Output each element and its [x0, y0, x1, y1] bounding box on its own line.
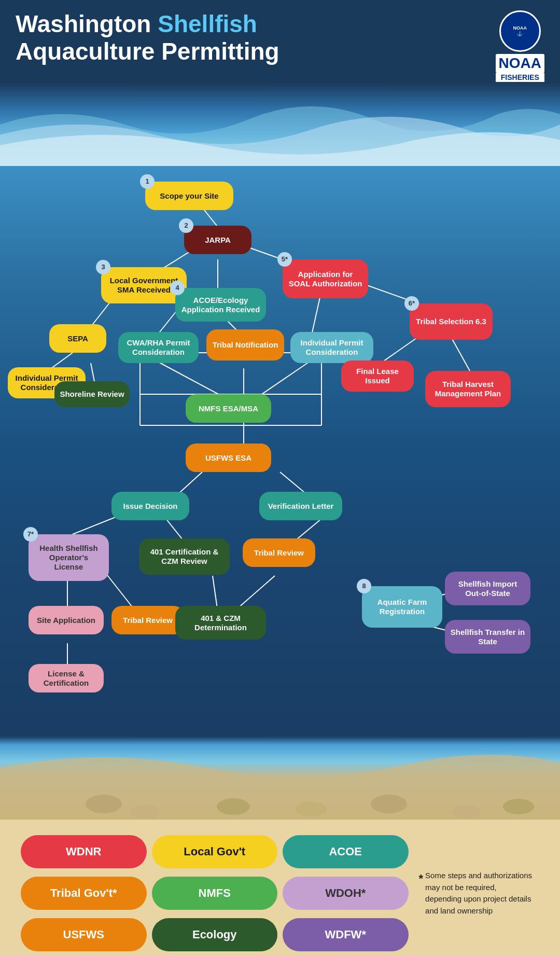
legend-note: * Some steps and authorizations may not … — [414, 870, 540, 917]
svg-point-36 — [217, 798, 250, 815]
sandy-bottom-decoration — [0, 737, 560, 820]
legend-wdnr: WDNR — [21, 835, 147, 868]
soal-node: 5* Application for SOAL Authorization — [283, 259, 368, 298]
tribal-review-top-node: Tribal Review — [243, 538, 315, 567]
node-number-2: 2 — [179, 218, 193, 233]
verification-letter-node: Verification Letter — [259, 492, 342, 520]
cert-401-determination-node: 401 & CZM Determination — [175, 606, 266, 640]
page-title: Washington Shellfish Aquaculture Permitt… — [16, 10, 544, 65]
tribal-harvest-node: Tribal Harvest Management Plan — [425, 371, 511, 407]
legend-tribal-govt: Tribal Gov't* — [21, 877, 147, 910]
svg-line-26 — [104, 571, 132, 607]
shellfish-transfer-node: Shellfish Transfer in State — [445, 620, 530, 654]
legend-ecology: Ecology — [152, 918, 278, 951]
legend-nmfs: NMFS — [152, 877, 278, 910]
legend-usfws: USFWS — [21, 918, 147, 951]
node-number-1: 1 — [140, 174, 155, 189]
noaa-fisheries-text: FISHERIES — [496, 73, 544, 82]
node-number-5: 5* — [277, 252, 292, 267]
jarpa-node: 2 JARPA — [184, 226, 251, 254]
legend-wdoh: WDOH* — [283, 877, 409, 910]
tribal-selection-node: 6* Tribal Selection 6.3 — [410, 303, 493, 340]
nmfs-esa-node: NMFS ESA/MSA — [186, 394, 271, 423]
final-lease-node: Final Lease Issued — [341, 361, 414, 392]
individual-permit-right-node: Individual Permit Consideration — [290, 332, 373, 363]
svg-point-39 — [452, 805, 481, 819]
legend-grid: WDNR Local Gov't ACOE * Some steps and a… — [21, 835, 539, 951]
svg-point-40 — [503, 799, 534, 814]
tribal-review-bottom-node: Tribal Review — [111, 606, 184, 634]
header: Washington Shellfish Aquaculture Permitt… — [0, 0, 560, 83]
svg-point-34 — [86, 795, 122, 813]
cwa-rha-node: CWA/RHA Permit Consideration — [118, 332, 199, 363]
scope-site-node: 1 Scope your Site — [145, 182, 233, 210]
site-application-node: Site Application — [29, 606, 104, 634]
svg-point-38 — [371, 795, 407, 813]
legend-wdfw: WDFW* — [283, 918, 409, 951]
tribal-notification-node: Tribal Notification — [206, 329, 284, 361]
legend-acoe: ACOE — [283, 835, 409, 868]
legend-area: WDNR Local Gov't ACOE * Some steps and a… — [0, 820, 560, 956]
acoe-ecology-node: 4 ACOE/Ecology Application Received — [175, 288, 266, 322]
shoreline-review-node: Shoreline Review — [54, 381, 130, 407]
node-number-4: 4 — [170, 281, 185, 295]
health-shellfish-node: 7* Health Shellfish Operator's License — [29, 534, 109, 581]
svg-line-13 — [254, 361, 311, 399]
node-number-8: 8 — [357, 579, 371, 593]
legend-local-govt: Local Gov't — [152, 835, 278, 868]
diagram-area: 1 Scope your Site 2 JARPA 3 Local Govern… — [0, 166, 560, 737]
svg-point-35 — [131, 805, 160, 819]
svg-line-11 — [156, 361, 228, 399]
svg-point-37 — [296, 801, 327, 817]
sepa-node: SEPA — [49, 324, 106, 353]
node-number-6: 6* — [404, 296, 419, 311]
license-cert-node: License & Certification — [29, 664, 104, 692]
node-number-7: 7* — [23, 527, 38, 542]
shellfish-import-node: Shellfish Import Out-of-State — [445, 572, 530, 605]
wave-decoration — [0, 83, 560, 166]
issue-decision-node: Issue Decision — [111, 492, 189, 520]
usfws-esa-node: USFWS ESA — [186, 444, 271, 472]
cert-401-node: 401 Certification & CZM Review — [139, 538, 230, 575]
node-number-3: 3 — [96, 260, 110, 274]
aquatic-farm-node: 8 Aquatic Farm Registration — [362, 586, 442, 628]
